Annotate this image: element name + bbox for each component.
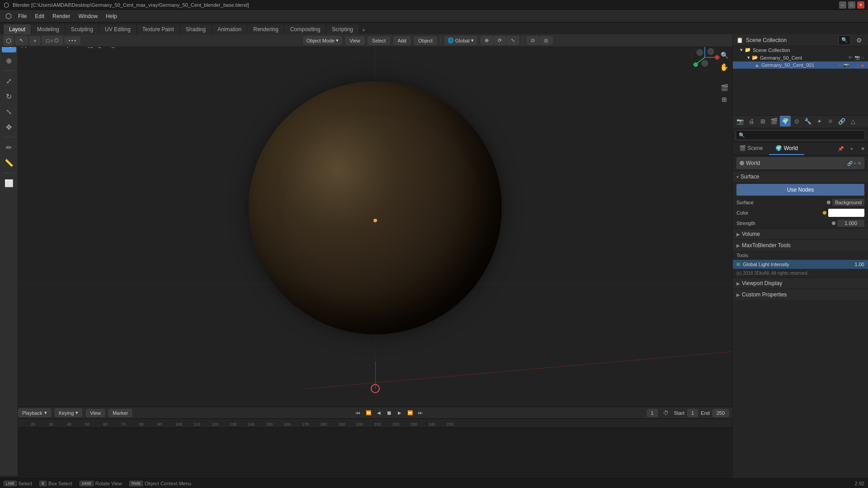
surface-value[interactable]: Background [832,199,864,206]
move-tool-btn[interactable]: + [29,37,40,45]
menu-render[interactable]: Render [49,12,74,21]
outliner-filter-icon[interactable]: ⚙ [854,35,864,46]
outliner-eye-icon2[interactable]: 👁 [837,63,842,68]
jump-start-btn[interactable]: ⏮ [354,408,363,418]
outliner-scene-collection[interactable]: ▾ 📁 Scene Collection [733,46,868,54]
add-cube-btn[interactable]: ⬜ [2,176,16,190]
outliner-search[interactable]: 🔍 [838,35,851,45]
maxblender-section-header[interactable]: ▶ MaxToBlender Tools [733,240,868,251]
add-menu[interactable]: Add [393,37,410,45]
jump-end-btn[interactable]: ⏭ [416,408,425,418]
prop-constraints-icon[interactable]: 🔗 [836,116,847,127]
transform-rotate-btn[interactable]: ⟳ [494,36,506,45]
object-mode-dropdown[interactable]: Object Mode ▾ [303,36,342,45]
tab-rendering[interactable]: Rendering [248,24,283,34]
grid-icon[interactable]: ⊞ [719,94,730,105]
current-frame-field[interactable]: 1 [647,409,658,417]
tab-shading[interactable]: Shading [180,24,211,34]
mode-buttons[interactable]: ▪ ▪ ▪ [65,37,80,44]
marker-btn[interactable]: Marker [108,409,132,417]
add-workspace-button[interactable]: + [359,26,368,34]
rotate-tool-btn[interactable]: ↻ [2,89,16,103]
transform-scale-btn[interactable]: ⤡ [507,36,519,45]
annotate-tool-btn[interactable]: ✏ [2,140,16,155]
custom-properties-header[interactable]: ▶ Custom Properties [733,289,868,300]
menu-help[interactable]: Help [102,12,121,21]
props-new-icon[interactable]: + [846,143,857,154]
prop-modifier-icon[interactable]: 🔧 [802,116,813,127]
clock-icon[interactable]: ⏱ [660,408,671,418]
start-frame-field[interactable]: 1 [687,409,698,417]
menu-edit[interactable]: Edit [31,12,48,21]
stop-btn[interactable]: ⏹ [385,408,394,418]
outliner-render-icon[interactable]: ○ [862,55,864,60]
viewport-3d[interactable]: User Perspective (1) Scene Collection | … [18,34,732,407]
playback-btn[interactable]: Playback ▾ [18,408,51,417]
prop-scene-icon[interactable]: 🎬 [769,116,779,127]
color-swatch[interactable] [828,209,864,217]
view-btn[interactable]: View [86,409,105,417]
viewport-display-header[interactable]: ▶ Viewport Display [733,278,868,289]
snap-btn[interactable]: ⊙ [527,36,539,45]
volume-section-header[interactable]: ▶ Volume [733,229,868,239]
prev-frame-btn[interactable]: ⏪ [364,408,373,418]
prop-object-icon[interactable]: ⊙ [791,116,802,127]
tab-compositing[interactable]: Compositing [285,24,326,34]
transform-widget[interactable] [371,384,380,393]
global-dropdown[interactable]: 🌐 Global ▾ [444,36,477,45]
camera-fly-icon[interactable]: 🎬 [719,82,730,93]
props-pin-icon[interactable]: 📌 [835,143,846,154]
next-frame-btn[interactable]: ⏩ [406,408,415,418]
scale-tool-btn[interactable]: ⤡ [2,104,16,119]
props-unlink-icon[interactable]: ✕ [857,143,868,154]
select-menu[interactable]: Select [368,37,390,45]
measure-tool-btn[interactable]: 📏 [2,155,16,170]
outliner-eye-icon[interactable]: 👁 [848,55,853,60]
outliner-camera-icon[interactable]: 📷 [854,55,860,60]
outliner-material-icon[interactable]: ◆ [861,63,864,68]
world-selector[interactable]: World 🔗 + ✕ [736,157,864,169]
tab-layout[interactable]: Layout [4,24,31,34]
transform-move-btn[interactable]: ⊕ [481,36,493,45]
maximize-button[interactable]: □ [848,1,855,9]
tab-texture-paint[interactable]: Texture Paint [137,24,179,34]
minimize-button[interactable]: ─ [839,1,846,9]
outliner-camera-icon2[interactable]: 📷 [844,63,849,68]
prop-viewlayer-icon[interactable]: ⊞ [757,116,768,127]
use-nodes-button[interactable]: Use Nodes [736,184,864,196]
icons-group[interactable]: □○⬡ [42,36,62,45]
play-reverse-btn[interactable]: ◀ [374,408,383,418]
cursor-tool-btn[interactable]: ↖ [15,36,28,45]
properties-search-input[interactable]: 🔍 [736,130,865,140]
tab-world[interactable]: 🌍 World [769,142,804,155]
tab-modeling[interactable]: Modeling [32,24,65,34]
cursor-tool-btn2[interactable]: ⊕ [2,53,16,68]
strength-value[interactable]: 1.000 [837,220,864,227]
global-light-row[interactable]: Global Light Intensity 1.00 [733,260,868,269]
close-button[interactable]: ✕ [857,1,864,9]
keying-btn[interactable]: Keying ▾ [55,408,83,417]
end-frame-field[interactable]: 250 [712,409,729,417]
outliner-render-icon2[interactable]: ○ [851,63,854,68]
outliner-data-icon[interactable]: △ [855,63,859,68]
prop-particles-icon[interactable]: ✦ [814,116,825,127]
tab-animation[interactable]: Animation [212,24,247,34]
prop-physics-icon[interactable]: ⚛ [825,116,836,127]
transform-tool-btn[interactable]: ✥ [2,120,16,134]
outliner-collection-item[interactable]: ▾ 📂 Germany_50_Cent 👁 📷 ○ [733,54,868,61]
tab-scripting[interactable]: Scripting [326,24,359,34]
pan-icon[interactable]: ✋ [719,61,730,72]
move-tool-btn2[interactable]: ⤢ [2,74,16,88]
proportional-btn[interactable]: ◎ [540,36,552,45]
view-menu[interactable]: View [345,37,364,45]
tab-sculpting[interactable]: Sculpting [66,24,99,34]
outliner-mesh-item[interactable]: ▲ Germany_50_Cent_001 👁 📷 ○ △ ◆ [733,61,868,69]
object-menu[interactable]: Object [414,37,437,45]
prop-data-icon[interactable]: △ [848,116,859,127]
menu-file[interactable]: File [14,12,30,21]
zoom-in-icon[interactable]: 🔍 [719,50,730,61]
prop-world-icon[interactable]: 🌍 [780,116,791,127]
menu-window[interactable]: Window [75,12,101,21]
surface-section-header[interactable]: ▾ Surface [733,171,868,182]
tab-uv-editing[interactable]: UV Editing [99,24,136,34]
